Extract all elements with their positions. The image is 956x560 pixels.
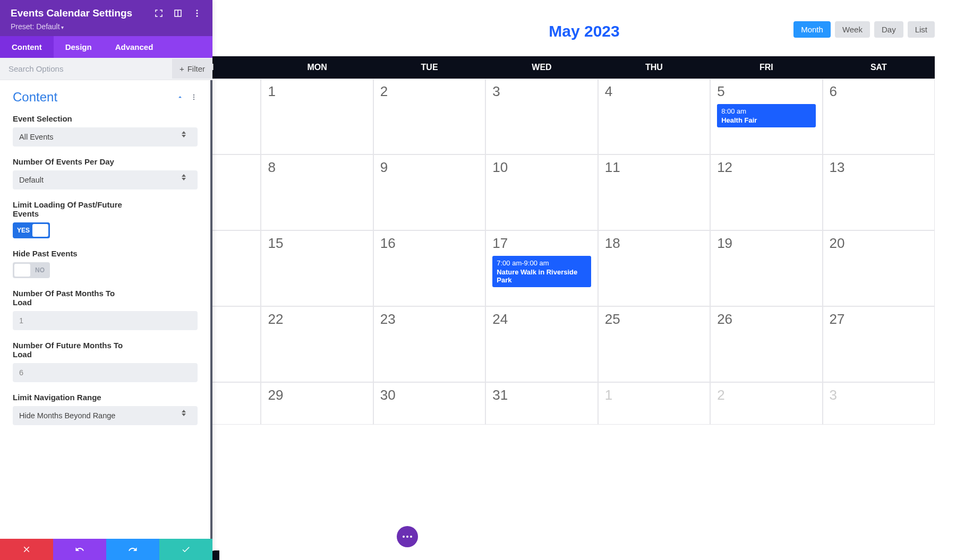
- calendar-cell[interactable]: 1: [261, 79, 373, 154]
- calendar-cell[interactable]: 1: [598, 382, 710, 425]
- toggle-knob: [32, 224, 48, 237]
- day-header: MON: [261, 56, 373, 79]
- calendar-cell[interactable]: 3: [823, 382, 935, 425]
- preset-selector[interactable]: Preset: Default: [11, 22, 202, 31]
- view-day[interactable]: Day: [874, 21, 903, 38]
- calendar-cell[interactable]: 2: [710, 382, 822, 425]
- settings-scroll[interactable]: Content Event Selection All Events Numbe…: [0, 80, 212, 539]
- date-number: 19: [717, 235, 815, 252]
- calendar-cell[interactable]: 26: [710, 306, 822, 382]
- calendar-cell[interactable]: 29: [261, 382, 373, 425]
- calendar-cell[interactable]: 177:00 am-9:00 amNature Walk in Riversid…: [485, 230, 598, 306]
- more-vert-icon[interactable]: [190, 93, 198, 101]
- calendar: May 2023 Month Week Day List SUNMONTUEWE…: [212, 0, 956, 560]
- more-vert-icon[interactable]: [192, 8, 202, 18]
- svg-point-3: [193, 94, 194, 96]
- calendar-cell[interactable]: 27: [823, 306, 935, 382]
- calendar-cell[interactable]: 2: [373, 79, 485, 154]
- layout-icon[interactable]: [173, 8, 183, 18]
- date-number: 9: [380, 159, 479, 176]
- hide-past-toggle[interactable]: NO: [13, 262, 50, 278]
- expand-icon[interactable]: [154, 8, 164, 18]
- cancel-button[interactable]: [0, 539, 53, 560]
- calendar-cell[interactable]: 22: [261, 306, 373, 382]
- calendar-cell[interactable]: 19: [710, 230, 822, 306]
- fab-more-button[interactable]: [397, 526, 418, 547]
- calendar-cell[interactable]: 18: [598, 230, 710, 306]
- calendar-cell[interactable]: 20: [823, 230, 935, 306]
- calendar-cell[interactable]: 10: [485, 154, 598, 230]
- calendar-cell[interactable]: 13: [823, 154, 935, 230]
- event-selection-select[interactable]: All Events: [13, 127, 198, 147]
- calendar-cell[interactable]: 31: [485, 382, 598, 425]
- date-number: 18: [605, 235, 703, 252]
- calendar-cell[interactable]: 8: [261, 154, 373, 230]
- date-number: 2: [380, 83, 479, 100]
- calendar-cell[interactable]: 58:00 amHealth Fair: [710, 79, 822, 154]
- undo-button[interactable]: [53, 539, 106, 560]
- event-selection-value: All Events: [19, 133, 53, 141]
- view-week[interactable]: Week: [835, 21, 870, 38]
- date-number: 20: [830, 235, 928, 252]
- calendar-cell[interactable]: 15: [261, 230, 373, 306]
- event-item[interactable]: 7:00 am-9:00 amNature Walk in Riverside …: [492, 256, 591, 287]
- view-list[interactable]: List: [908, 21, 935, 38]
- settings-panel: Events Calendar Settings Preset: Default…: [0, 0, 212, 560]
- search-input[interactable]: [0, 58, 172, 80]
- events-per-day-select[interactable]: Default: [13, 170, 198, 189]
- calendar-cell[interactable]: 25: [598, 306, 710, 382]
- limit-nav-select[interactable]: Hide Months Beyond Range: [13, 406, 198, 425]
- calendar-cell[interactable]: 11: [598, 154, 710, 230]
- calendar-cell[interactable]: 23: [373, 306, 485, 382]
- calendar-cell[interactable]: 6: [823, 79, 935, 154]
- past-months-input[interactable]: [13, 311, 198, 330]
- search-row: + Filter: [0, 58, 212, 80]
- date-number: 26: [717, 311, 815, 328]
- section-title: Content: [13, 90, 57, 105]
- date-number: 16: [380, 235, 479, 252]
- filter-button[interactable]: + Filter: [172, 59, 212, 79]
- view-buttons: Month Week Day List: [793, 21, 935, 38]
- calendar-cell[interactable]: 12: [710, 154, 822, 230]
- limit-loading-toggle[interactable]: YES: [13, 222, 50, 238]
- calendar-cell[interactable]: 3: [485, 79, 598, 154]
- day-header: FRI: [710, 56, 822, 79]
- calendar-cell[interactable]: 4: [598, 79, 710, 154]
- tab-content[interactable]: Content: [0, 36, 54, 58]
- date-number: 25: [605, 311, 703, 328]
- calendar-cell[interactable]: 9: [373, 154, 485, 230]
- date-number: 5: [717, 83, 815, 100]
- date-number: 22: [268, 311, 366, 328]
- plus-icon: +: [180, 64, 184, 73]
- event-item[interactable]: 8:00 amHealth Fair: [717, 104, 815, 127]
- calendar-cell[interactable]: 16: [373, 230, 485, 306]
- date-number: 31: [492, 387, 591, 403]
- date-number: 30: [380, 387, 479, 403]
- future-months-input[interactable]: [13, 363, 198, 382]
- date-number: 17: [492, 235, 591, 252]
- date-number: 3: [492, 83, 591, 100]
- save-button[interactable]: [159, 539, 212, 560]
- limit-nav-label: Limit Navigation Range: [13, 393, 198, 402]
- view-month[interactable]: Month: [793, 21, 831, 38]
- day-header: TUE: [373, 56, 485, 79]
- panel-title: Events Calendar Settings: [11, 7, 132, 19]
- events-per-day-value: Default: [19, 176, 44, 184]
- tab-advanced[interactable]: Advanced: [104, 36, 165, 58]
- calendar-cell[interactable]: 30: [373, 382, 485, 425]
- calendar-cell[interactable]: 24: [485, 306, 598, 382]
- redo-button[interactable]: [106, 539, 159, 560]
- svg-point-1: [197, 13, 198, 14]
- tab-design[interactable]: Design: [54, 36, 104, 58]
- date-number: 24: [492, 311, 591, 328]
- date-number: 1: [268, 83, 366, 100]
- undo-icon: [75, 545, 84, 554]
- date-number: 11: [605, 159, 703, 176]
- panel-header: Events Calendar Settings Preset: Default: [0, 0, 212, 36]
- date-number: 3: [830, 387, 928, 403]
- event-time: 7:00 am-9:00 am: [497, 259, 586, 267]
- day-header: THU: [598, 56, 710, 79]
- svg-point-4: [193, 97, 194, 98]
- limit-nav-value: Hide Months Beyond Range: [19, 411, 115, 420]
- chevron-up-icon[interactable]: [176, 93, 184, 101]
